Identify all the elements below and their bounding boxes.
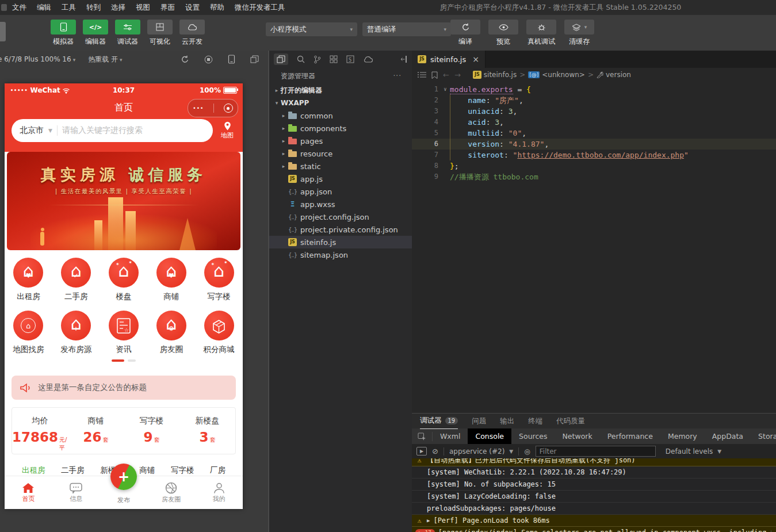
- close-icon[interactable]: ×: [472, 55, 479, 64]
- context-select[interactable]: appservice (#2) ▼: [449, 447, 513, 456]
- outline-list-icon[interactable]: [418, 71, 426, 78]
- bookmark-icon[interactable]: [431, 71, 438, 79]
- files-icon[interactable]: [274, 53, 288, 65]
- toolbar-button-3[interactable]: 可视化: [146, 20, 174, 47]
- mode-select[interactable]: 小程序模式 ▾: [266, 22, 357, 36]
- tree-item-common[interactable]: ▸common: [269, 109, 413, 122]
- snippets-icon[interactable]: S: [346, 55, 354, 63]
- menu-item-0[interactable]: 文件: [7, 3, 32, 13]
- back-icon[interactable]: ←: [443, 71, 449, 79]
- run-icon[interactable]: ▶: [416, 447, 427, 456]
- devtools-tab-console[interactable]: Console: [468, 428, 511, 444]
- eye-icon[interactable]: ◎: [524, 447, 530, 456]
- devtools-tab-memory[interactable]: Memory: [660, 428, 705, 444]
- source-control-icon[interactable]: [314, 55, 321, 64]
- devtools-tab-appdata[interactable]: AppData: [705, 428, 751, 444]
- panel-tab-2[interactable]: 输出: [500, 414, 514, 428]
- menu-item-3[interactable]: 转到: [81, 3, 106, 13]
- tree-item-resource[interactable]: ▸resource: [269, 147, 413, 160]
- city-select[interactable]: 北京市: [20, 125, 44, 136]
- breadcrumb-item-1[interactable]: [@]<unknown>: [528, 71, 585, 79]
- device-frame-icon[interactable]: [228, 55, 235, 64]
- category-tab-0[interactable]: 出租房: [22, 465, 45, 476]
- breadcrumb-item-2[interactable]: version: [597, 71, 631, 79]
- wechat-capsule[interactable]: •••: [188, 99, 238, 117]
- forward-icon[interactable]: →: [454, 71, 461, 79]
- tabbar-item-2[interactable]: +发布: [100, 476, 148, 509]
- devtools-tab-sources[interactable]: Sources: [511, 428, 555, 444]
- more-icon[interactable]: •••: [193, 105, 204, 111]
- grid-item-0[interactable]: ⌂♥出租房: [5, 258, 52, 302]
- code-area[interactable]: 1∨module.exports = {2 name: "房产",3 uniac…: [412, 82, 776, 182]
- menu-item-5[interactable]: 视图: [131, 3, 155, 13]
- tree-item-WXAPP[interactable]: ▾WXAPP: [269, 97, 413, 109]
- tree-item-sitemap.json[interactable]: {..}sitemap.json: [269, 248, 413, 261]
- tabbar-item-0[interactable]: 首页: [5, 476, 52, 509]
- grid-item-9[interactable]: 积分商城: [195, 311, 243, 355]
- menu-item-6[interactable]: 界面: [155, 3, 180, 13]
- dot-inactive[interactable]: [128, 359, 136, 362]
- tree-item-project.config.json[interactable]: {..}project.config.json: [269, 210, 413, 223]
- console-filter-input[interactable]: [536, 446, 656, 457]
- clear-console-icon[interactable]: ⊘: [432, 447, 438, 456]
- action-button-1[interactable]: 预览: [488, 20, 518, 47]
- breadcrumb-item-0[interactable]: JSsiteinfo.js: [473, 71, 517, 79]
- publish-icon[interactable]: +: [110, 464, 137, 490]
- device-select[interactable]: e 6/7/8 Plus 100% 16▾: [0, 55, 75, 63]
- tree-item-app.js[interactable]: JSapp.js: [269, 173, 413, 185]
- more-actions-icon[interactable]: ···: [393, 72, 402, 80]
- category-tab-3[interactable]: 商铺: [139, 465, 155, 476]
- inspect-icon[interactable]: [412, 432, 433, 441]
- panel-tab-0[interactable]: 调试器19: [420, 414, 458, 429]
- menu-item-1[interactable]: 编辑: [32, 3, 56, 13]
- expand-icon[interactable]: ▶: [427, 518, 430, 523]
- log-levels-select[interactable]: Default levels ▼: [666, 447, 721, 456]
- compile-select[interactable]: 普通编译 ▾: [362, 22, 451, 36]
- devtools-tab-storage[interactable]: Storage: [751, 428, 776, 444]
- panel-tab-1[interactable]: 问题: [472, 414, 486, 428]
- tree-item-[interactable]: ▸打开的编辑器: [269, 84, 413, 97]
- menu-item-9[interactable]: 微信开发者工具: [230, 3, 290, 13]
- tree-item-components[interactable]: ▸components: [269, 122, 413, 135]
- group-count-badge[interactable]: ▶ 17: [415, 529, 435, 532]
- tabbar-item-3[interactable]: 房友圈: [147, 476, 195, 509]
- cloud-icon[interactable]: [363, 56, 373, 63]
- search-input[interactable]: 北京市 ▼ 请输入关键字进行搜索: [12, 119, 213, 142]
- collapse-sidebar-icon[interactable]: [400, 55, 408, 63]
- toolbar-button-1[interactable]: </>编辑器: [82, 20, 109, 47]
- devtools-tab-network[interactable]: Network: [555, 428, 600, 444]
- profile-icon[interactable]: [0, 22, 6, 41]
- tree-item-static[interactable]: ▸static: [269, 160, 413, 173]
- tree-item-siteinfo.js[interactable]: JSsiteinfo.js: [269, 236, 413, 248]
- notice-bar[interactable]: 这里是第一条自定义公告的标题: [12, 376, 236, 400]
- menu-item-2[interactable]: 工具: [56, 3, 81, 13]
- tabbar-item-1[interactable]: 信息: [52, 476, 100, 509]
- grid-item-5[interactable]: ⌂地图找房: [5, 311, 52, 355]
- exit-icon[interactable]: [224, 104, 233, 113]
- category-tab-1[interactable]: 二手房: [61, 465, 85, 476]
- grid-item-4[interactable]: ⌂✶✶写字楼: [195, 258, 243, 302]
- tree-item-app.json[interactable]: {..}app.json: [269, 185, 413, 198]
- grid-item-6[interactable]: ⌂+发布房源: [52, 311, 100, 355]
- banner-carousel[interactable]: 真实房源 诚信服务 | 生活在最美的风景里 | 享受人生至高荣誉 |: [7, 152, 240, 250]
- action-button-0[interactable]: 编译: [450, 20, 480, 47]
- grid-item-8[interactable]: ⌂⚙房友圈: [147, 311, 195, 355]
- menu-item-4[interactable]: 选择: [106, 3, 131, 13]
- tree-item-pages[interactable]: ▸pages: [269, 135, 413, 147]
- toolbar-button-4[interactable]: 云开发: [178, 20, 206, 47]
- tree-item-app.wxss[interactable]: Ξapp.wxss: [269, 198, 413, 210]
- grid-item-7[interactable]: ☆资讯: [100, 311, 148, 355]
- grid-item-2[interactable]: ⌂✶✶楼盘: [100, 258, 148, 302]
- panel-tab-3[interactable]: 终端: [528, 414, 542, 428]
- search-icon[interactable]: [297, 55, 305, 63]
- devtools-tab-performance[interactable]: Performance: [600, 428, 660, 444]
- rotate-icon[interactable]: [181, 55, 189, 64]
- devtools-tab-wxml[interactable]: Wxml: [433, 428, 468, 444]
- hot-reload-toggle[interactable]: 热重载 开▾: [88, 55, 122, 64]
- menu-item-8[interactable]: 帮助: [205, 3, 230, 13]
- tabbar-item-4[interactable]: 我的: [195, 476, 243, 509]
- toolbar-button-2[interactable]: 调试器: [114, 20, 142, 47]
- tree-item-project.private.config.json[interactable]: {..}project.private.config.json: [269, 223, 413, 236]
- grid-item-1[interactable]: ⌂✓二手房: [52, 258, 100, 302]
- panel-tab-4[interactable]: 代码质量: [556, 414, 585, 428]
